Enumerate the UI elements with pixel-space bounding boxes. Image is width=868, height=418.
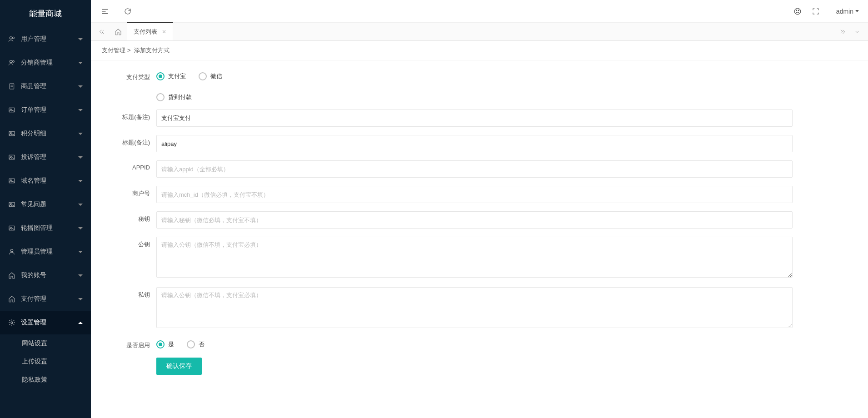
radio-icon	[156, 340, 165, 348]
sidebar-item-distributor-mgmt[interactable]: 分销商管理	[0, 51, 91, 75]
chevron-down-icon	[78, 227, 83, 229]
secret-label: 秘钥	[102, 211, 156, 223]
sidebar-item-my-account[interactable]: 我的账号	[0, 264, 91, 287]
sidebar-sub-label: 网站设置	[22, 339, 83, 348]
sidebar-label: 域名管理	[21, 177, 78, 185]
image-icon	[8, 154, 15, 161]
fullscreen-button[interactable]	[811, 6, 821, 16]
user-menu[interactable]: admin	[836, 8, 859, 15]
sidebar-item-payment-mgmt[interactable]: 支付管理	[0, 287, 91, 311]
tabs-prev-button[interactable]	[95, 23, 109, 40]
pay-type-cod-radio[interactable]: 货到付款	[156, 93, 320, 101]
gear-icon	[8, 319, 15, 326]
home-icon	[8, 295, 15, 303]
sidebar: 能量商城 用户管理 分销商管理 商品管理 订单管理	[0, 0, 91, 418]
svg-point-3	[12, 60, 14, 62]
image-icon	[8, 201, 15, 208]
radio-label: 货到付款	[168, 93, 192, 101]
user-icon	[8, 248, 15, 255]
chevron-down-icon	[78, 298, 83, 300]
svg-point-20	[11, 322, 13, 323]
refresh-button[interactable]	[123, 6, 133, 16]
sidebar-label: 订单管理	[21, 106, 78, 114]
doc-icon	[8, 83, 15, 90]
sidebar-item-domain-mgmt[interactable]: 域名管理	[0, 169, 91, 193]
chevron-down-icon	[78, 62, 83, 64]
sidebar-item-points-detail[interactable]: 积分明细	[0, 122, 91, 145]
sidebar-item-settings-mgmt[interactable]: 设置管理	[0, 311, 91, 334]
appid-label: APPID	[102, 160, 156, 171]
image-icon	[8, 106, 15, 114]
sidebar-label: 投诉管理	[21, 153, 78, 161]
tabbar: 支付列表 ✕	[91, 23, 868, 41]
users-icon	[8, 59, 15, 66]
title2-input[interactable]	[156, 135, 793, 152]
main-area: admin 支付列表 ✕ 支付管理	[91, 0, 868, 418]
sidebar-item-admin-mgmt[interactable]: 管理员管理	[0, 240, 91, 264]
mchid-input[interactable]	[156, 186, 793, 203]
svg-point-1	[12, 37, 14, 39]
breadcrumb-item: 添加支付方式	[134, 47, 170, 54]
tab-home[interactable]	[109, 23, 127, 40]
tab-label: 支付列表	[134, 28, 157, 36]
chevron-down-icon	[78, 180, 83, 182]
sidebar-label: 常见问题	[21, 200, 78, 209]
enabled-no-radio[interactable]: 否	[187, 340, 205, 348]
svg-point-26	[798, 10, 799, 10]
breadcrumb: 支付管理> 添加支付方式	[91, 41, 868, 60]
chevron-down-icon	[78, 109, 83, 111]
pay-type-wechat-radio[interactable]: 微信	[199, 72, 222, 80]
radio-icon	[156, 93, 165, 101]
payment-form: 支付类型 支付宝 微信	[91, 60, 868, 401]
title1-input[interactable]	[156, 109, 793, 127]
radio-icon	[199, 72, 207, 80]
radio-label: 微信	[210, 72, 222, 80]
image-icon	[8, 130, 15, 137]
svg-point-25	[796, 10, 797, 10]
sidebar-label: 管理员管理	[21, 248, 78, 256]
public-key-textarea[interactable]	[156, 237, 793, 278]
sidebar-label: 支付管理	[21, 295, 78, 303]
breadcrumb-item[interactable]: 支付管理	[102, 47, 125, 54]
radio-icon	[187, 340, 195, 348]
sidebar-item-complaint-mgmt[interactable]: 投诉管理	[0, 145, 91, 169]
sidebar-label: 我的账号	[21, 271, 78, 279]
sidebar-item-faq[interactable]: 常见问题	[0, 193, 91, 216]
chevron-up-icon	[78, 322, 83, 324]
tabs-next-button[interactable]	[835, 23, 850, 40]
sidebar-sub-label: 上传设置	[22, 358, 83, 366]
chevron-down-icon	[78, 85, 83, 88]
sidebar-label: 轮播图管理	[21, 224, 78, 232]
sidebar-label: 商品管理	[21, 82, 78, 90]
sidebar-item-user-mgmt[interactable]: 用户管理	[0, 27, 91, 51]
svg-point-2	[10, 60, 12, 63]
sidebar-sub-privacy-policy[interactable]: 隐私政策	[0, 371, 91, 389]
sidebar-item-product-mgmt[interactable]: 商品管理	[0, 75, 91, 98]
sidebar-sub-upload-settings[interactable]: 上传设置	[0, 353, 91, 371]
secret-input[interactable]	[156, 211, 793, 229]
sidebar-item-carousel-mgmt[interactable]: 轮播图管理	[0, 216, 91, 240]
chevron-down-icon	[855, 10, 859, 12]
radio-label: 是	[168, 340, 174, 348]
theme-button[interactable]	[793, 6, 803, 16]
sidebar-item-order-mgmt[interactable]: 订单管理	[0, 98, 91, 122]
home-icon	[8, 272, 15, 279]
tabs-more-button[interactable]	[850, 23, 864, 40]
enabled-yes-radio[interactable]: 是	[156, 340, 174, 348]
sidebar-label: 用户管理	[21, 35, 78, 43]
title1-label: 标题(备注)	[102, 109, 156, 121]
private-key-textarea[interactable]	[156, 287, 793, 328]
tab-payment-list[interactable]: 支付列表 ✕	[127, 22, 173, 40]
users-icon	[8, 35, 15, 43]
user-name: admin	[836, 8, 853, 15]
sidebar-sub-site-settings[interactable]: 网站设置	[0, 334, 91, 353]
public-key-label: 公钥	[102, 237, 156, 249]
collapse-sidebar-button[interactable]	[100, 6, 110, 16]
close-icon[interactable]: ✕	[162, 29, 166, 35]
topbar: admin	[91, 0, 868, 23]
save-button[interactable]: 确认保存	[156, 358, 202, 375]
sidebar-label: 分销商管理	[21, 59, 78, 67]
chevron-down-icon	[78, 251, 83, 253]
appid-input[interactable]	[156, 160, 793, 178]
pay-type-alipay-radio[interactable]: 支付宝	[156, 72, 186, 80]
